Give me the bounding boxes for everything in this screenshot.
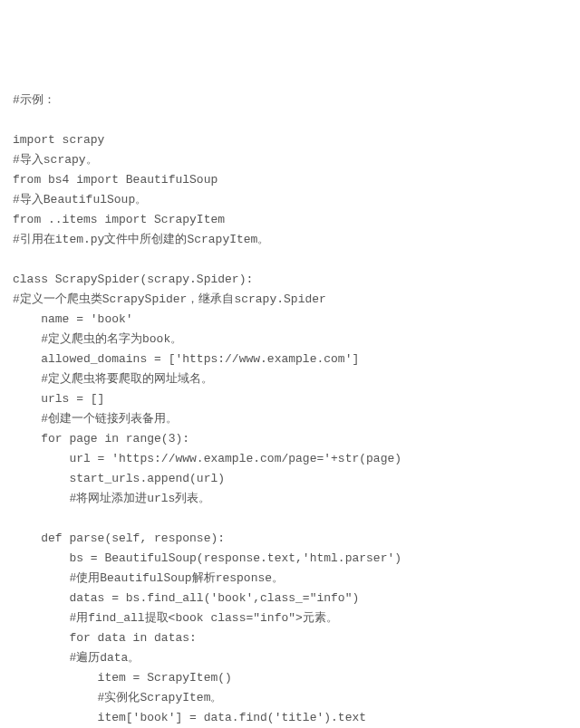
code-block: #示例： import scrapy #导入scrapy。 from bs4 i…	[13, 91, 567, 728]
